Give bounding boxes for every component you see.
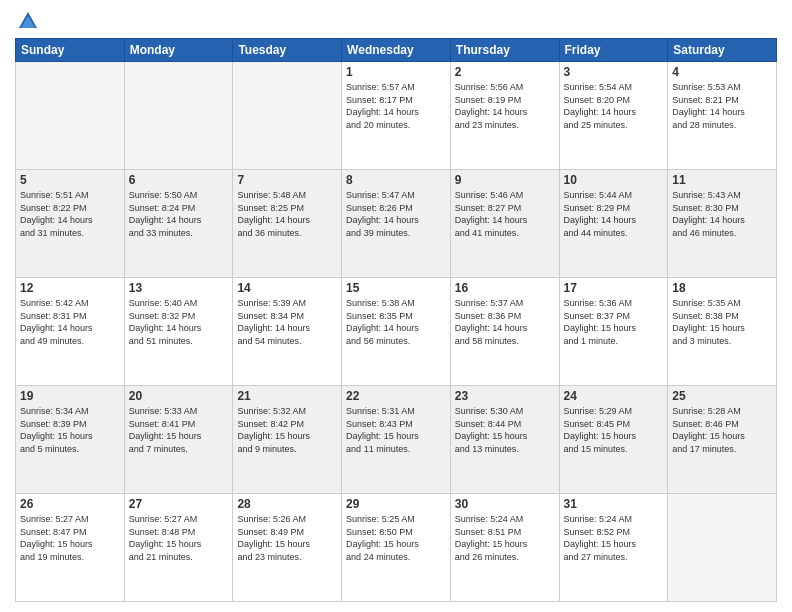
week-row-0: 1Sunrise: 5:57 AM Sunset: 8:17 PM Daylig… <box>16 62 777 170</box>
day-info: Sunrise: 5:38 AM Sunset: 8:35 PM Dayligh… <box>346 297 446 347</box>
day-number: 14 <box>237 281 337 295</box>
day-info: Sunrise: 5:27 AM Sunset: 8:48 PM Dayligh… <box>129 513 229 563</box>
day-cell: 1Sunrise: 5:57 AM Sunset: 8:17 PM Daylig… <box>342 62 451 170</box>
day-info: Sunrise: 5:39 AM Sunset: 8:34 PM Dayligh… <box>237 297 337 347</box>
day-info: Sunrise: 5:51 AM Sunset: 8:22 PM Dayligh… <box>20 189 120 239</box>
day-number: 30 <box>455 497 555 511</box>
day-number: 3 <box>564 65 664 79</box>
day-info: Sunrise: 5:33 AM Sunset: 8:41 PM Dayligh… <box>129 405 229 455</box>
day-cell: 5Sunrise: 5:51 AM Sunset: 8:22 PM Daylig… <box>16 170 125 278</box>
day-number: 29 <box>346 497 446 511</box>
day-cell: 14Sunrise: 5:39 AM Sunset: 8:34 PM Dayli… <box>233 278 342 386</box>
day-number: 15 <box>346 281 446 295</box>
day-number: 23 <box>455 389 555 403</box>
day-cell: 7Sunrise: 5:48 AM Sunset: 8:25 PM Daylig… <box>233 170 342 278</box>
day-number: 27 <box>129 497 229 511</box>
day-info: Sunrise: 5:54 AM Sunset: 8:20 PM Dayligh… <box>564 81 664 131</box>
logo <box>15 10 39 32</box>
day-info: Sunrise: 5:56 AM Sunset: 8:19 PM Dayligh… <box>455 81 555 131</box>
day-number: 9 <box>455 173 555 187</box>
day-number: 20 <box>129 389 229 403</box>
day-number: 25 <box>672 389 772 403</box>
day-number: 19 <box>20 389 120 403</box>
day-cell <box>668 494 777 602</box>
day-number: 11 <box>672 173 772 187</box>
day-cell: 26Sunrise: 5:27 AM Sunset: 8:47 PM Dayli… <box>16 494 125 602</box>
day-cell: 8Sunrise: 5:47 AM Sunset: 8:26 PM Daylig… <box>342 170 451 278</box>
day-info: Sunrise: 5:44 AM Sunset: 8:29 PM Dayligh… <box>564 189 664 239</box>
day-cell: 29Sunrise: 5:25 AM Sunset: 8:50 PM Dayli… <box>342 494 451 602</box>
day-number: 18 <box>672 281 772 295</box>
header-row: SundayMondayTuesdayWednesdayThursdayFrid… <box>16 39 777 62</box>
day-cell: 3Sunrise: 5:54 AM Sunset: 8:20 PM Daylig… <box>559 62 668 170</box>
day-info: Sunrise: 5:30 AM Sunset: 8:44 PM Dayligh… <box>455 405 555 455</box>
day-number: 4 <box>672 65 772 79</box>
day-cell: 30Sunrise: 5:24 AM Sunset: 8:51 PM Dayli… <box>450 494 559 602</box>
day-number: 1 <box>346 65 446 79</box>
col-header-thursday: Thursday <box>450 39 559 62</box>
day-info: Sunrise: 5:25 AM Sunset: 8:50 PM Dayligh… <box>346 513 446 563</box>
day-info: Sunrise: 5:46 AM Sunset: 8:27 PM Dayligh… <box>455 189 555 239</box>
day-info: Sunrise: 5:40 AM Sunset: 8:32 PM Dayligh… <box>129 297 229 347</box>
week-row-4: 26Sunrise: 5:27 AM Sunset: 8:47 PM Dayli… <box>16 494 777 602</box>
day-info: Sunrise: 5:27 AM Sunset: 8:47 PM Dayligh… <box>20 513 120 563</box>
day-number: 26 <box>20 497 120 511</box>
day-cell: 15Sunrise: 5:38 AM Sunset: 8:35 PM Dayli… <box>342 278 451 386</box>
day-number: 17 <box>564 281 664 295</box>
day-info: Sunrise: 5:35 AM Sunset: 8:38 PM Dayligh… <box>672 297 772 347</box>
day-info: Sunrise: 5:29 AM Sunset: 8:45 PM Dayligh… <box>564 405 664 455</box>
day-cell: 16Sunrise: 5:37 AM Sunset: 8:36 PM Dayli… <box>450 278 559 386</box>
day-cell: 17Sunrise: 5:36 AM Sunset: 8:37 PM Dayli… <box>559 278 668 386</box>
day-number: 10 <box>564 173 664 187</box>
day-number: 12 <box>20 281 120 295</box>
day-info: Sunrise: 5:53 AM Sunset: 8:21 PM Dayligh… <box>672 81 772 131</box>
day-cell: 28Sunrise: 5:26 AM Sunset: 8:49 PM Dayli… <box>233 494 342 602</box>
day-cell: 27Sunrise: 5:27 AM Sunset: 8:48 PM Dayli… <box>124 494 233 602</box>
logo-icon <box>17 10 39 32</box>
day-info: Sunrise: 5:32 AM Sunset: 8:42 PM Dayligh… <box>237 405 337 455</box>
day-number: 6 <box>129 173 229 187</box>
week-row-1: 5Sunrise: 5:51 AM Sunset: 8:22 PM Daylig… <box>16 170 777 278</box>
day-cell: 19Sunrise: 5:34 AM Sunset: 8:39 PM Dayli… <box>16 386 125 494</box>
col-header-friday: Friday <box>559 39 668 62</box>
day-number: 13 <box>129 281 229 295</box>
day-cell: 21Sunrise: 5:32 AM Sunset: 8:42 PM Dayli… <box>233 386 342 494</box>
week-row-3: 19Sunrise: 5:34 AM Sunset: 8:39 PM Dayli… <box>16 386 777 494</box>
day-info: Sunrise: 5:37 AM Sunset: 8:36 PM Dayligh… <box>455 297 555 347</box>
day-info: Sunrise: 5:50 AM Sunset: 8:24 PM Dayligh… <box>129 189 229 239</box>
day-cell: 9Sunrise: 5:46 AM Sunset: 8:27 PM Daylig… <box>450 170 559 278</box>
day-cell: 31Sunrise: 5:24 AM Sunset: 8:52 PM Dayli… <box>559 494 668 602</box>
day-number: 24 <box>564 389 664 403</box>
week-row-2: 12Sunrise: 5:42 AM Sunset: 8:31 PM Dayli… <box>16 278 777 386</box>
day-cell: 2Sunrise: 5:56 AM Sunset: 8:19 PM Daylig… <box>450 62 559 170</box>
day-cell: 18Sunrise: 5:35 AM Sunset: 8:38 PM Dayli… <box>668 278 777 386</box>
header <box>15 10 777 32</box>
day-number: 28 <box>237 497 337 511</box>
day-number: 16 <box>455 281 555 295</box>
day-info: Sunrise: 5:36 AM Sunset: 8:37 PM Dayligh… <box>564 297 664 347</box>
day-info: Sunrise: 5:34 AM Sunset: 8:39 PM Dayligh… <box>20 405 120 455</box>
day-cell <box>233 62 342 170</box>
day-info: Sunrise: 5:24 AM Sunset: 8:52 PM Dayligh… <box>564 513 664 563</box>
day-info: Sunrise: 5:28 AM Sunset: 8:46 PM Dayligh… <box>672 405 772 455</box>
day-info: Sunrise: 5:43 AM Sunset: 8:30 PM Dayligh… <box>672 189 772 239</box>
day-cell: 11Sunrise: 5:43 AM Sunset: 8:30 PM Dayli… <box>668 170 777 278</box>
day-info: Sunrise: 5:47 AM Sunset: 8:26 PM Dayligh… <box>346 189 446 239</box>
day-cell: 4Sunrise: 5:53 AM Sunset: 8:21 PM Daylig… <box>668 62 777 170</box>
day-cell: 24Sunrise: 5:29 AM Sunset: 8:45 PM Dayli… <box>559 386 668 494</box>
day-cell: 13Sunrise: 5:40 AM Sunset: 8:32 PM Dayli… <box>124 278 233 386</box>
col-header-tuesday: Tuesday <box>233 39 342 62</box>
day-cell <box>16 62 125 170</box>
day-info: Sunrise: 5:26 AM Sunset: 8:49 PM Dayligh… <box>237 513 337 563</box>
day-number: 7 <box>237 173 337 187</box>
col-header-monday: Monday <box>124 39 233 62</box>
day-cell <box>124 62 233 170</box>
calendar-table: SundayMondayTuesdayWednesdayThursdayFrid… <box>15 38 777 602</box>
day-number: 21 <box>237 389 337 403</box>
col-header-wednesday: Wednesday <box>342 39 451 62</box>
day-cell: 10Sunrise: 5:44 AM Sunset: 8:29 PM Dayli… <box>559 170 668 278</box>
day-number: 31 <box>564 497 664 511</box>
day-cell: 12Sunrise: 5:42 AM Sunset: 8:31 PM Dayli… <box>16 278 125 386</box>
day-info: Sunrise: 5:31 AM Sunset: 8:43 PM Dayligh… <box>346 405 446 455</box>
col-header-sunday: Sunday <box>16 39 125 62</box>
